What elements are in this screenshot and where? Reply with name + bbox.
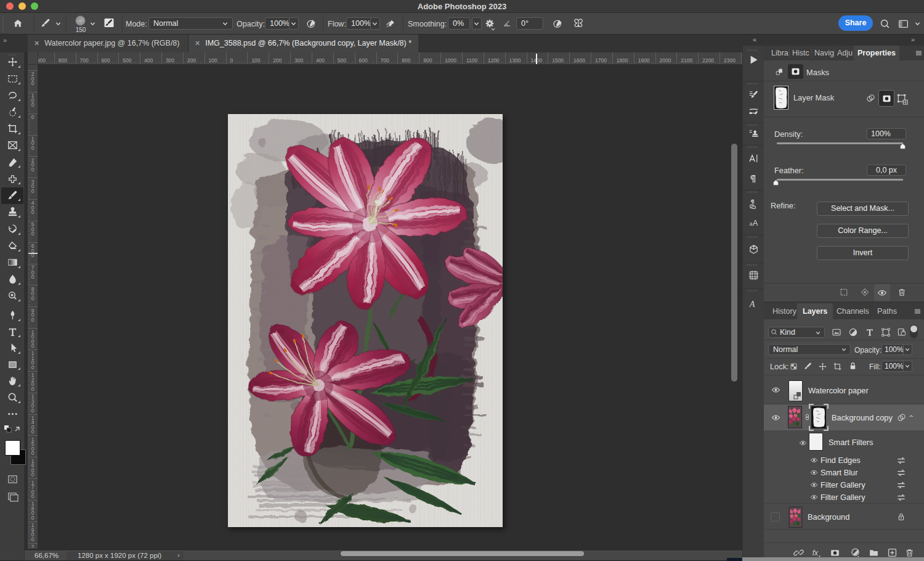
svg-text:A: A xyxy=(748,298,755,308)
svg-text:a: a xyxy=(749,221,752,227)
svg-text:fx: fx xyxy=(813,549,819,557)
svg-text:A: A xyxy=(753,219,758,227)
